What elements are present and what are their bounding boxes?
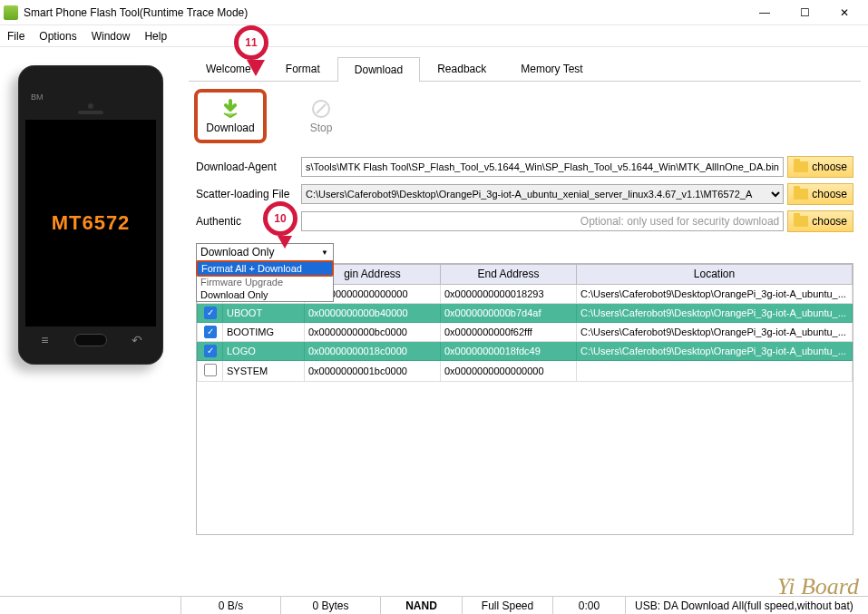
row-location <box>577 360 853 381</box>
status-rate: 0 B/s <box>181 597 281 614</box>
status-speed: Full Speed <box>463 597 553 614</box>
folder-icon <box>794 161 808 172</box>
row-location: C:\Users\Caferobot9\Desktop\OrangePi_3g-… <box>577 341 853 360</box>
row-end: 0x00000000018fdc49 <box>441 341 577 360</box>
content-area: Welcome Format Download Readback Memory … <box>181 47 868 596</box>
menu-window[interactable]: Window <box>92 30 131 43</box>
row-checkbox[interactable] <box>204 364 217 376</box>
download-label: Download <box>206 122 254 134</box>
row-name: UBOOT <box>223 303 305 322</box>
scatter-label: Scatter-loading File <box>196 188 297 200</box>
phone-brand: BM <box>31 93 44 102</box>
row-end: 0x0000000000018293 <box>441 284 577 303</box>
mode-selected: Download Only <box>200 246 274 258</box>
phone-mock: BM MT6572 ≡ ↶ <box>18 65 163 365</box>
phone-sensor <box>88 103 93 109</box>
stop-button[interactable]: Stop <box>294 94 348 138</box>
svg-line-1 <box>317 104 326 113</box>
statusbar: 0 B/s 0 Bytes NAND Full Speed 0:00 USB: … <box>0 596 868 614</box>
phone-menu-icon: ≡ <box>35 335 54 346</box>
table-row[interactable]: ✓BOOTIMG0x0000000000bc00000x0000000000f6… <box>198 322 853 341</box>
row-name: SYSTEM <box>223 360 305 381</box>
chip-label: MT6572 <box>52 211 131 235</box>
row-end: 0x0000000000b7d4af <box>441 303 577 322</box>
stop-label: Stop <box>310 122 333 134</box>
maximize-button[interactable]: ☐ <box>785 0 824 25</box>
menu-options[interactable]: Options <box>39 30 76 43</box>
row-location: C:\Users\Caferobot9\Desktop\OrangePi_3g-… <box>577 303 853 322</box>
close-button[interactable]: ✕ <box>824 0 864 25</box>
row-location: C:\Users\Caferobot9\Desktop\OrangePi_3g-… <box>577 322 853 341</box>
main-area: BM MT6572 ≡ ↶ Welcome Format Download Re… <box>0 47 868 596</box>
stop-icon <box>310 98 332 120</box>
menubar: File Options Window Help <box>0 25 868 47</box>
mode-dropdown-list: Format All + Download Firmware Upgrade D… <box>196 260 334 302</box>
tab-format[interactable]: Format <box>268 56 337 81</box>
tab-readback[interactable]: Readback <box>420 56 503 81</box>
window-title: Smart Phone Flash Tool(Runtime Trace Mod… <box>24 6 745 19</box>
scatter-choose-button[interactable]: choose <box>787 183 853 205</box>
row-begin: 0x00000000018c0000 <box>305 341 441 360</box>
tab-download[interactable]: Download <box>337 57 420 82</box>
row-checkbox[interactable]: ✓ <box>204 345 217 357</box>
da-label: Download-Agent <box>196 161 297 173</box>
phone-buttons: ≡ ↶ <box>25 326 156 346</box>
scatter-input[interactable]: C:\Users\Caferobot9\Desktop\OrangePi_3g-… <box>301 184 784 204</box>
chevron-down-icon: ▼ <box>318 246 331 258</box>
app-icon <box>4 5 18 20</box>
da-choose-button[interactable]: choose <box>787 156 853 178</box>
col-location[interactable]: Location <box>577 265 853 285</box>
da-row: Download-Agent choose <box>196 156 853 178</box>
row-checkbox[interactable]: ✓ <box>204 326 217 338</box>
callout-10: 10 <box>263 201 297 236</box>
status-bytes: 0 Bytes <box>281 597 381 614</box>
download-button[interactable]: Download <box>203 94 258 138</box>
table-row[interactable]: ✓LOGO0x00000000018c00000x00000000018fdc4… <box>198 341 853 360</box>
row-name: BOOTIMG <box>223 322 305 341</box>
status-type: NAND <box>381 597 463 614</box>
toolbar: Download Stop <box>189 82 861 152</box>
folder-icon <box>794 189 808 200</box>
titlebar: Smart Phone Flash Tool(Runtime Trace Mod… <box>0 0 868 25</box>
table-row[interactable]: SYSTEM0x0000000001bc00000x00000000000000… <box>198 360 853 381</box>
phone-speaker <box>78 111 103 114</box>
status-time: 0:00 <box>553 597 626 614</box>
auth-choose-button[interactable]: choose <box>787 210 853 232</box>
row-begin: 0x0000000001bc0000 <box>305 360 441 381</box>
auth-placeholder[interactable]: Optional: only used for security downloa… <box>301 211 784 231</box>
col-end[interactable]: End Address <box>441 265 577 285</box>
download-icon <box>219 98 241 120</box>
window-controls: — ☐ ✕ <box>745 0 864 25</box>
row-begin: 0x0000000000bc0000 <box>305 322 441 341</box>
phone-preview-panel: BM MT6572 ≡ ↶ <box>0 47 181 596</box>
choose-label: choose <box>812 188 847 200</box>
mode-option-format[interactable]: Format All + Download <box>196 260 334 277</box>
mode-dropdown-wrap: Download Only ▼ Format All + Download Fi… <box>196 243 861 261</box>
tab-memtest[interactable]: Memory Test <box>503 56 600 81</box>
row-checkbox[interactable]: ✓ <box>204 307 217 319</box>
mode-option-dl[interactable]: Download Only <box>197 288 333 301</box>
folder-icon <box>794 216 808 227</box>
row-name: LOGO <box>223 341 305 360</box>
status-empty <box>0 597 181 614</box>
minimize-button[interactable]: — <box>745 0 785 25</box>
watermark: Yi Board <box>777 573 859 600</box>
row-end: 0x0000000000000000 <box>441 360 577 381</box>
partition-table-wrap: ✓ Name gin Address End Address Location … <box>196 263 853 535</box>
tabs: Welcome Format Download Readback Memory … <box>189 56 861 82</box>
mode-option-fw[interactable]: Firmware Upgrade <box>197 276 333 288</box>
row-location: C:\Users\Caferobot9\Desktop\OrangePi_3g-… <box>577 284 853 303</box>
row-end: 0x0000000000f62fff <box>441 322 577 341</box>
menu-file[interactable]: File <box>7 30 24 43</box>
phone-home-button <box>74 334 107 346</box>
menu-help[interactable]: Help <box>144 30 167 43</box>
choose-label: choose <box>812 161 847 173</box>
scatter-row: Scatter-loading File C:\Users\Caferobot9… <box>196 183 853 205</box>
table-row[interactable]: ✓UBOOT0x0000000000b400000x0000000000b7d4… <box>198 303 853 322</box>
phone-back-icon: ↶ <box>128 335 146 346</box>
phone-screen: MT6572 <box>25 120 156 326</box>
da-input[interactable] <box>301 157 784 177</box>
download-button-highlight: Download <box>194 89 267 143</box>
mode-dropdown[interactable]: Download Only ▼ <box>196 243 334 261</box>
choose-label: choose <box>812 215 847 228</box>
